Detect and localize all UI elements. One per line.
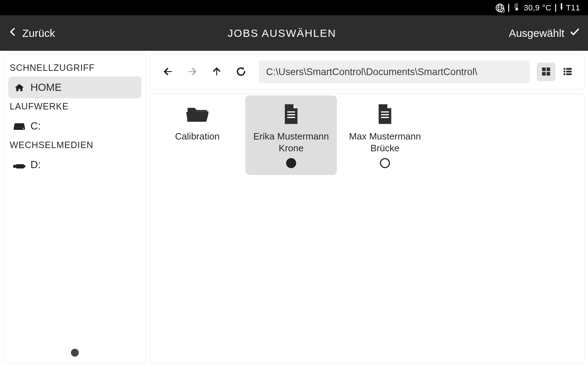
back-button[interactable]: Zurück [8, 27, 55, 39]
usb-icon [13, 160, 25, 170]
svg-rect-21 [566, 73, 572, 75]
sidebar: SCHNELLZUGRIFF HOME LAUFWERKE C: WECHSEL… [4, 54, 146, 363]
svg-rect-15 [546, 72, 550, 75]
svg-rect-24 [287, 117, 295, 118]
folder-tile[interactable]: Calibration [151, 96, 243, 175]
status-divider [555, 4, 556, 12]
svg-rect-13 [546, 67, 550, 71]
selected-label: Ausgewählt [509, 27, 564, 39]
refresh-icon [236, 66, 246, 78]
sidebar-pager [4, 349, 146, 357]
header-bar: Zurück JOBS AUSWÄHLEN Ausgewählt [0, 15, 588, 51]
thermometer-icon [513, 2, 521, 14]
selection-indicator[interactable] [286, 158, 296, 168]
tile-label: Max Mustermann Brücke [344, 131, 426, 154]
selection-indicator[interactable] [380, 158, 390, 168]
sidebar-section-drives: LAUFWERKE [8, 98, 141, 115]
sidebar-section-quick: SCHNELLZUGRIFF [8, 60, 141, 77]
chevron-left-icon [8, 27, 18, 39]
arrow-left-icon [162, 66, 174, 78]
sidebar-item-label: C: [30, 120, 41, 132]
nav-back-button[interactable] [157, 61, 179, 83]
check-icon [569, 26, 580, 40]
svg-rect-19 [566, 70, 572, 72]
selected-button[interactable]: Ausgewählt [509, 26, 580, 40]
svg-rect-10 [16, 164, 24, 168]
svg-rect-3 [516, 3, 518, 8]
svg-rect-11 [24, 165, 25, 167]
file-tile[interactable]: Erika Mustermann Krone [245, 96, 337, 175]
tile-label: Erika Mustermann Krone [250, 131, 332, 154]
file-tile[interactable]: Max Mustermann Brücke [339, 96, 431, 175]
svg-rect-20 [564, 73, 565, 75]
file-icon [283, 103, 299, 126]
tile-label: Calibration [175, 131, 220, 142]
svg-point-8 [23, 128, 24, 129]
hdd-icon [13, 121, 25, 131]
view-list-button[interactable] [558, 63, 577, 81]
sidebar-item-home[interactable]: HOME [8, 77, 141, 98]
svg-rect-22 [287, 111, 295, 112]
page-title: JOBS AUSWÄHLEN [55, 27, 509, 39]
svg-marker-6 [560, 8, 563, 10]
svg-rect-18 [564, 70, 565, 72]
home-icon [13, 83, 25, 93]
status-tool: T11 [566, 3, 580, 13]
svg-rect-26 [381, 114, 389, 115]
pager-dot[interactable] [71, 349, 79, 357]
svg-rect-9 [13, 165, 16, 168]
path-field[interactable]: C:\Users\SmartControl\Documents\SmartCon… [259, 60, 530, 83]
svg-rect-23 [287, 114, 295, 115]
back-label: Zurück [22, 27, 55, 39]
svg-rect-17 [566, 68, 572, 70]
status-bar: 30,9 °C T11 [0, 0, 588, 15]
sidebar-item-drive-d[interactable]: D: [8, 154, 141, 176]
folder-icon [186, 103, 208, 126]
arrow-right-icon [187, 66, 198, 78]
svg-rect-16 [564, 68, 565, 70]
sidebar-item-label: HOME [30, 82, 62, 93]
svg-rect-25 [381, 111, 389, 112]
nav-refresh-button[interactable] [230, 61, 252, 83]
toolbar: C:\Users\SmartControl\Documents\SmartCon… [150, 54, 584, 89]
arrow-up-icon [211, 66, 222, 78]
nav-up-button[interactable] [206, 61, 227, 83]
network-offline-icon [495, 3, 505, 13]
file-icon [377, 103, 393, 126]
list-icon [562, 66, 573, 78]
view-grid-button[interactable] [537, 63, 555, 81]
sidebar-item-drive-c[interactable]: C: [8, 115, 141, 137]
svg-rect-12 [542, 67, 546, 71]
nav-forward-button [182, 61, 203, 83]
svg-rect-5 [561, 3, 562, 8]
svg-rect-14 [542, 72, 546, 75]
svg-rect-27 [381, 117, 389, 118]
svg-point-4 [516, 8, 518, 10]
status-divider [508, 4, 509, 12]
file-browser: CalibrationErika Mustermann KroneMax Mus… [150, 94, 584, 363]
tool-icon [560, 3, 563, 13]
sidebar-section-removable: WECHSELMEDIEN [8, 137, 141, 154]
status-temperature: 30,9 °C [524, 3, 551, 13]
grid-icon [541, 66, 551, 78]
sidebar-item-label: D: [30, 159, 41, 171]
